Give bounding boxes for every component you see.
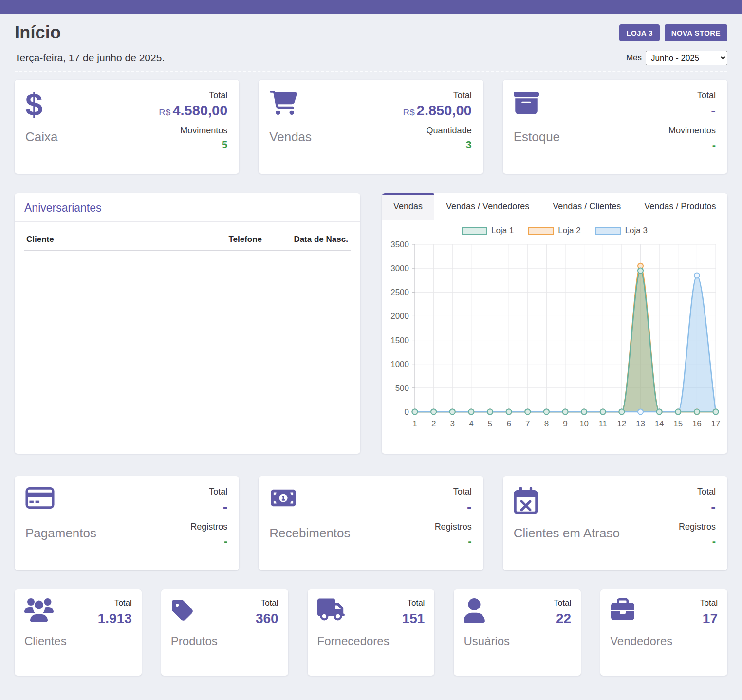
svg-text:3000: 3000 — [390, 264, 409, 273]
total-label: Total — [697, 487, 716, 497]
card-label: Produtos — [171, 634, 278, 648]
svg-text:14: 14 — [655, 419, 664, 428]
vendas-card: Vendas Total R$2.850,00 Quantidade 3 — [259, 80, 483, 174]
card-label: Vendas — [269, 129, 312, 145]
header-buttons: LOJA 3 NOVA STORE — [619, 24, 727, 41]
month-select[interactable]: Junho - 2025 — [646, 51, 727, 65]
svg-text:500: 500 — [395, 384, 409, 393]
column-header-data-nasc: Data de Nasc. — [292, 229, 351, 251]
svg-text:17: 17 — [711, 419, 721, 428]
clientes-card: Total 1.913 Clientes — [15, 589, 142, 676]
legend-item-loja-2[interactable]: Loja 2 — [528, 226, 580, 236]
column-header-telefone: Telefone — [226, 229, 292, 251]
money-bill-icon — [269, 487, 350, 517]
svg-text:13: 13 — [636, 419, 645, 428]
tab-vendas-clientes[interactable]: Vendas / Clientes — [541, 193, 632, 220]
caixa-card: $ Caixa Total R$4.580,00 Movimentos 5 — [15, 80, 239, 174]
legend-swatch — [462, 227, 487, 235]
card-label: Caixa — [25, 129, 57, 145]
total-value: - — [223, 499, 228, 515]
total-label: Total — [98, 598, 132, 608]
quantidade-value: 3 — [465, 139, 471, 151]
legend-label: Loja 2 — [558, 226, 580, 236]
total-label: Total — [402, 598, 425, 608]
legend-label: Loja 3 — [625, 226, 648, 236]
total-value: - — [467, 499, 472, 515]
tag-icon — [171, 598, 194, 624]
store-button[interactable]: LOJA 3 — [619, 24, 659, 41]
top-accent-bar — [0, 0, 742, 14]
svg-text:11: 11 — [598, 419, 607, 428]
user-icon — [464, 598, 485, 624]
legend-item-loja-1[interactable]: Loja 1 — [462, 226, 514, 236]
fornecedores-card: Total 151 Fornecedores — [308, 589, 435, 676]
produtos-card: Total 360 Produtos — [161, 589, 288, 676]
pagamentos-card: Pagamentos Total - Registros - — [15, 476, 239, 570]
recebimentos-card: Recebimentos Total - Registros - — [259, 476, 483, 570]
total-label: Total — [209, 91, 227, 101]
card-label: Recebimentos — [269, 526, 350, 541]
movimentos-value: - — [712, 139, 716, 151]
card-label: Fornecedores — [317, 634, 425, 648]
card-label: Usuários — [464, 634, 571, 648]
page-title: Início — [15, 22, 61, 43]
users-icon — [24, 598, 54, 624]
movimentos-label: Movimentos — [180, 126, 227, 136]
svg-text:1500: 1500 — [390, 336, 409, 345]
svg-text:3: 3 — [450, 419, 455, 428]
total-label: Total — [453, 91, 472, 101]
svg-text:2: 2 — [431, 419, 436, 428]
quantidade-label: Quantidade — [427, 126, 472, 136]
estoque-card: Estoque Total - Movimentos - — [503, 80, 727, 174]
total-value: 360 — [256, 611, 278, 626]
total-value: 22 — [554, 611, 571, 626]
sales-line-chart: 0500100015002000250030003500123456789101… — [382, 236, 727, 449]
svg-text:5: 5 — [488, 419, 492, 428]
total-label: Total — [554, 598, 571, 608]
truck-icon — [317, 598, 345, 624]
credit-card-icon — [25, 487, 96, 517]
column-header-cliente: Cliente — [24, 229, 226, 251]
tab-vendas-produtos[interactable]: Vendas / Produtos — [632, 193, 727, 220]
svg-text:15: 15 — [673, 419, 683, 428]
legend-swatch — [595, 227, 621, 235]
tab-vendas-vendedores[interactable]: Vendas / Vendedores — [434, 193, 541, 220]
total-value: 17 — [700, 611, 718, 626]
svg-text:12: 12 — [617, 419, 626, 428]
registros-value: - — [468, 535, 471, 548]
chart-panel: Vendas Vendas / Vendedores Vendas / Clie… — [382, 193, 727, 454]
box-icon — [514, 91, 560, 121]
card-label: Clientes — [24, 634, 132, 648]
svg-text:8: 8 — [544, 419, 549, 428]
total-label: Total — [453, 487, 472, 497]
tab-vendas[interactable]: Vendas — [382, 193, 434, 220]
brand-button[interactable]: NOVA STORE — [665, 24, 727, 41]
cart-icon — [269, 91, 312, 121]
svg-text:6: 6 — [506, 419, 511, 428]
aniversariantes-table: Cliente Telefone Data de Nasc. — [24, 229, 351, 251]
movimentos-value: 5 — [222, 139, 227, 151]
registros-label: Registros — [190, 522, 227, 532]
registros-label: Registros — [435, 522, 472, 532]
svg-text:0: 0 — [405, 407, 409, 417]
registros-value: - — [224, 535, 227, 548]
svg-text:2500: 2500 — [390, 288, 409, 297]
legend-item-loja-3[interactable]: Loja 3 — [595, 226, 648, 236]
svg-text:9: 9 — [563, 419, 567, 428]
legend-swatch — [528, 227, 554, 235]
chart-legend: Loja 1Loja 2Loja 3 — [382, 226, 727, 236]
aniversariantes-title: Aniversariantes — [15, 193, 360, 222]
total-value: - — [709, 103, 716, 119]
usuarios-card: Total 22 Usuários — [454, 589, 581, 676]
svg-text:4: 4 — [469, 419, 473, 428]
total-value: - — [711, 499, 716, 515]
legend-label: Loja 1 — [491, 226, 514, 236]
total-value: R$4.580,00 — [159, 103, 227, 119]
chart-tabs: Vendas Vendas / Vendedores Vendas / Clie… — [382, 193, 727, 220]
dollar-icon: $ — [25, 91, 43, 119]
svg-text:16: 16 — [692, 419, 702, 428]
svg-text:7: 7 — [525, 419, 530, 428]
calendar-xmark-icon — [514, 487, 620, 517]
total-label: Total — [256, 598, 278, 608]
total-label: Total — [209, 487, 227, 497]
